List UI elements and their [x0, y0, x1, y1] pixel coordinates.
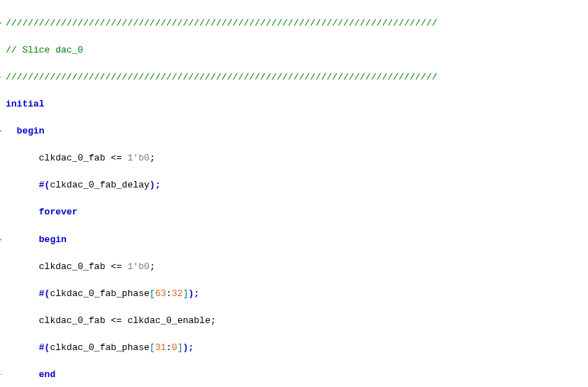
comment-text: ////////////////////////////////////////… — [6, 72, 438, 82]
identifier: clkdac_0_fab_phase — [50, 288, 149, 299]
number: 32 — [172, 288, 183, 299]
identifier: clkdac_0_fab — [39, 153, 106, 163]
bracket-close: ] — [183, 288, 189, 299]
identifier: clkdac_0_fab_phase — [50, 342, 149, 353]
hash-delay: #( — [39, 288, 50, 299]
literal: 1'b0 — [128, 261, 150, 272]
kw-initial: initial — [6, 99, 45, 109]
code-line: initial — [6, 97, 588, 111]
code-line: #(clkdac_0_fab_phase[31:0]); — [6, 341, 588, 354]
code-line: clkdac_0_fab <= 1'b0; — [6, 151, 588, 165]
semicolon: ; — [150, 261, 155, 272]
code-line: - end — [6, 368, 588, 381]
hash-delay: #( — [39, 342, 50, 353]
close-paren: ); — [183, 342, 194, 353]
identifier: clkdac_0_fab — [39, 315, 106, 326]
number: 31 — [155, 342, 167, 353]
comment-title: // Slice dac_0 — [6, 43, 588, 57]
code-line: clkdac_0_fab <= clkdac_0_enable; — [6, 314, 588, 327]
number: 0 — [172, 342, 177, 353]
colon: : — [166, 342, 172, 353]
code-line: forever — [6, 205, 588, 219]
code-line: ▸ begin — [6, 124, 588, 138]
literal: 1'b0 — [128, 153, 150, 163]
semicolon: ; — [211, 315, 216, 326]
identifier: clkdac_0_fab — [39, 261, 106, 272]
hash-delay: #( — [39, 180, 50, 190]
code-line: #(clkdac_0_fab_phase[63:32]); — [6, 287, 588, 300]
bracket-open: [ — [150, 288, 155, 299]
comment-rule: -///////////////////////////////////////… — [6, 70, 588, 84]
semicolon: ; — [150, 153, 155, 163]
op-le: <= — [111, 153, 122, 163]
op-le: <= — [111, 315, 122, 326]
kw-forever: forever — [39, 207, 78, 217]
code-line: #(clkdac_0_fab_delay); — [6, 178, 588, 192]
code-line: clkdac_0_fab <= 1'b0; — [6, 260, 588, 273]
close-paren: ); — [189, 288, 200, 299]
code-line: ▸ begin — [6, 233, 588, 246]
number: 63 — [155, 288, 167, 299]
comment-text: // Slice dac_0 — [6, 45, 83, 55]
code-editor: ▸///////////////////////////////////////… — [0, 0, 588, 387]
fold-mid-icon[interactable]: - — [1, 368, 9, 381]
bracket-open: [ — [150, 342, 155, 353]
identifier: clkdac_0_fab_delay — [50, 180, 149, 190]
bracket-close: ] — [177, 342, 183, 353]
kw-begin: begin — [17, 126, 45, 136]
op-le: <= — [111, 261, 122, 272]
comment-rule: ▸///////////////////////////////////////… — [6, 16, 588, 30]
fold-closed-icon[interactable]: ▸ — [1, 233, 9, 246]
kw-end: end — [39, 369, 55, 380]
colon: : — [166, 288, 172, 299]
close-paren: ); — [150, 180, 161, 190]
identifier: clkdac_0_enable — [128, 315, 211, 326]
fold-closed-icon[interactable]: ▸ — [1, 124, 9, 138]
comment-text: ////////////////////////////////////////… — [6, 18, 438, 28]
kw-begin: begin — [39, 234, 67, 245]
